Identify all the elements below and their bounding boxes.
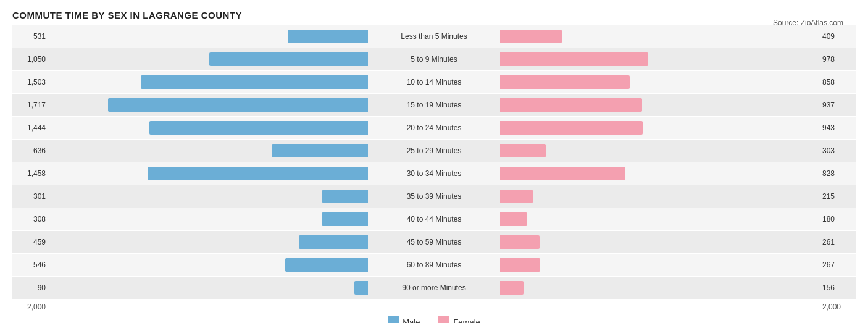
female-bar-wrapper (499, 166, 819, 182)
male-bar-wrapper (49, 257, 369, 273)
male-bar-wrapper (49, 280, 369, 296)
male-bar (285, 258, 368, 272)
axis-right-label: 2,000 (819, 303, 856, 311)
male-value: 1,050 (12, 55, 49, 64)
chart-row: 308 40 to 44 Minutes 180 (12, 208, 856, 230)
female-bar (500, 75, 630, 89)
female-value: 215 (819, 192, 856, 201)
male-bar-wrapper (49, 28, 369, 44)
legend-female-label: Female (453, 317, 480, 324)
legend: Male Female (12, 316, 856, 323)
chart-row: 1,444 20 to 24 Minutes 943 (12, 117, 856, 139)
male-bar-wrapper (49, 97, 369, 113)
row-label: 10 to 14 Minutes (369, 78, 499, 86)
female-bar-wrapper (499, 188, 819, 204)
chart-row: 1,717 15 to 19 Minutes 937 (12, 94, 856, 116)
male-bar (141, 75, 368, 89)
female-bar-wrapper (499, 120, 819, 136)
row-label: 25 to 29 Minutes (369, 146, 499, 155)
female-bar-wrapper (499, 257, 819, 273)
male-value: 636 (12, 146, 49, 155)
female-bar-wrapper (499, 234, 819, 250)
male-bar-wrapper (49, 234, 369, 250)
female-value: 937 (819, 101, 856, 109)
male-bar (148, 167, 368, 180)
female-bar (500, 144, 546, 157)
chart-row: 1,503 10 to 14 Minutes 858 (12, 71, 856, 93)
chart-row: 1,458 30 to 34 Minutes 828 (12, 162, 856, 185)
chart-title: COMMUTE TIME BY SEX IN LAGRANGE COUNTY (12, 10, 856, 20)
male-value: 531 (12, 32, 49, 41)
male-bar (322, 190, 368, 203)
female-value: 267 (819, 261, 856, 269)
chart-area: 531 Less than 5 Minutes 409 1,050 5 to 9… (12, 25, 856, 299)
female-bar (500, 235, 540, 249)
axis-left-label: 2,000 (12, 303, 49, 311)
row-label: 30 to 34 Minutes (369, 169, 499, 178)
chart-row: 90 90 or more Minutes 156 (12, 277, 856, 299)
row-label: 60 to 89 Minutes (369, 261, 499, 269)
legend-male-color (388, 316, 399, 323)
chart-row: 459 45 to 59 Minutes 261 (12, 231, 856, 253)
male-bar-wrapper (49, 211, 369, 227)
male-bar (299, 235, 368, 249)
male-bar-wrapper (49, 188, 369, 204)
male-bar (272, 144, 368, 157)
row-label: 90 or more Minutes (369, 283, 499, 292)
female-bar-wrapper (499, 280, 819, 296)
chart-row: 531 Less than 5 Minutes 409 (12, 25, 856, 48)
row-label: 40 to 44 Minutes (369, 215, 499, 224)
male-bar-wrapper (49, 166, 369, 182)
male-bar-wrapper (49, 120, 369, 136)
male-bar-wrapper (49, 51, 369, 67)
male-bar (288, 30, 368, 43)
female-value: 180 (819, 215, 856, 224)
male-value: 90 (12, 283, 49, 292)
row-label: 15 to 19 Minutes (369, 101, 499, 109)
male-value: 1,458 (12, 169, 49, 178)
legend-female: Female (438, 316, 480, 323)
row-label: 35 to 39 Minutes (369, 192, 499, 201)
female-value: 261 (819, 238, 856, 246)
female-bar-wrapper (499, 211, 819, 227)
male-bar-wrapper (49, 74, 369, 90)
female-bar (500, 30, 562, 43)
axis-row: 2,000 2,000 (12, 303, 856, 311)
row-label: 5 to 9 Minutes (369, 55, 499, 64)
chart-row: 546 60 to 89 Minutes 267 (12, 254, 856, 276)
female-value: 303 (819, 146, 856, 155)
row-label: 20 to 24 Minutes (369, 124, 499, 132)
female-bar (500, 121, 643, 135)
male-bar (209, 52, 368, 66)
female-bar-wrapper (499, 51, 819, 67)
female-value: 943 (819, 124, 856, 132)
female-bar-wrapper (499, 97, 819, 113)
male-value: 1,717 (12, 101, 49, 109)
chart-row: 1,050 5 to 9 Minutes 978 (12, 48, 856, 70)
male-value: 1,503 (12, 78, 49, 86)
male-value: 301 (12, 192, 49, 201)
female-bar-wrapper (499, 74, 819, 90)
female-bar (500, 281, 524, 295)
male-value: 308 (12, 215, 49, 224)
chart-row: 636 25 to 29 Minutes 303 (12, 140, 856, 162)
male-value: 546 (12, 261, 49, 269)
female-bar (500, 212, 527, 226)
female-bar (500, 52, 648, 66)
row-label: Less than 5 Minutes (369, 32, 499, 41)
legend-female-color (438, 316, 449, 323)
female-value: 828 (819, 169, 856, 178)
male-value: 1,444 (12, 124, 49, 132)
female-value: 409 (819, 32, 856, 41)
female-bar (500, 190, 533, 203)
male-bar (108, 98, 368, 112)
chart-row: 301 35 to 39 Minutes 215 (12, 185, 856, 208)
male-value: 459 (12, 238, 49, 246)
male-bar (322, 212, 368, 226)
female-bar (500, 98, 642, 112)
female-value: 156 (819, 283, 856, 292)
male-bar (354, 281, 368, 295)
female-value: 978 (819, 55, 856, 64)
female-bar-wrapper (499, 28, 819, 44)
row-label: 45 to 59 Minutes (369, 238, 499, 246)
